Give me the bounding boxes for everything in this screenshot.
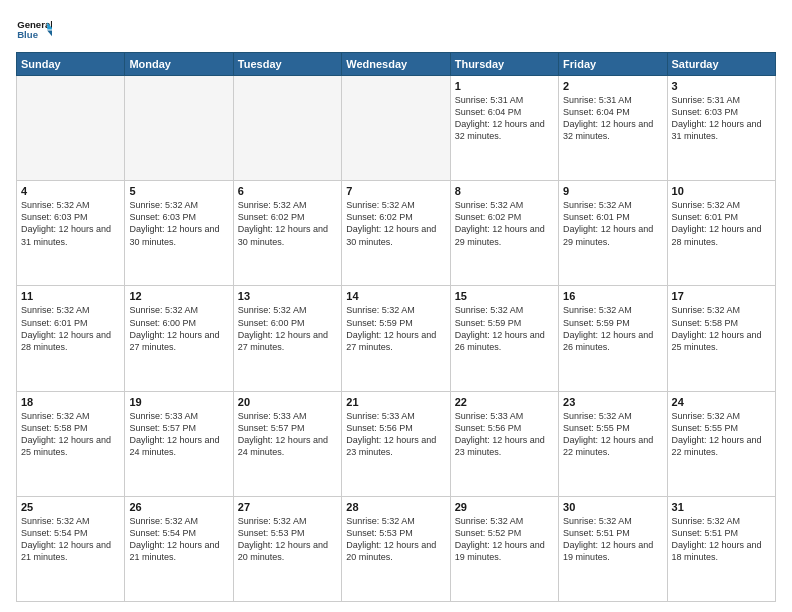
day-number: 26 [129, 501, 228, 513]
calendar-day-cell: 6 Sunrise: 5:32 AMSunset: 6:02 PMDayligh… [233, 181, 341, 286]
day-number: 28 [346, 501, 445, 513]
calendar-day-cell: 22 Sunrise: 5:33 AMSunset: 5:56 PMDaylig… [450, 391, 558, 496]
day-number: 3 [672, 80, 771, 92]
calendar-day-cell: 11 Sunrise: 5:32 AMSunset: 6:01 PMDaylig… [17, 286, 125, 391]
day-info: Sunrise: 5:32 AMSunset: 6:00 PMDaylight:… [238, 305, 328, 351]
weekday-header: Monday [125, 53, 233, 76]
calendar-day-cell: 26 Sunrise: 5:32 AMSunset: 5:54 PMDaylig… [125, 496, 233, 601]
day-info: Sunrise: 5:32 AMSunset: 5:51 PMDaylight:… [563, 516, 653, 562]
day-number: 11 [21, 290, 120, 302]
calendar-day-cell: 25 Sunrise: 5:32 AMSunset: 5:54 PMDaylig… [17, 496, 125, 601]
day-info: Sunrise: 5:33 AMSunset: 5:57 PMDaylight:… [129, 411, 219, 457]
day-info: Sunrise: 5:32 AMSunset: 5:53 PMDaylight:… [238, 516, 328, 562]
day-number: 17 [672, 290, 771, 302]
day-info: Sunrise: 5:32 AMSunset: 5:59 PMDaylight:… [346, 305, 436, 351]
calendar-day-cell: 31 Sunrise: 5:32 AMSunset: 5:51 PMDaylig… [667, 496, 775, 601]
day-info: Sunrise: 5:31 AMSunset: 6:04 PMDaylight:… [563, 95, 653, 141]
day-info: Sunrise: 5:32 AMSunset: 5:52 PMDaylight:… [455, 516, 545, 562]
calendar-day-cell: 17 Sunrise: 5:32 AMSunset: 5:58 PMDaylig… [667, 286, 775, 391]
day-number: 8 [455, 185, 554, 197]
day-info: Sunrise: 5:32 AMSunset: 6:03 PMDaylight:… [21, 200, 111, 246]
day-info: Sunrise: 5:32 AMSunset: 6:02 PMDaylight:… [238, 200, 328, 246]
day-info: Sunrise: 5:32 AMSunset: 6:02 PMDaylight:… [455, 200, 545, 246]
day-info: Sunrise: 5:32 AMSunset: 6:01 PMDaylight:… [672, 200, 762, 246]
logo-icon: General Blue [16, 16, 52, 44]
calendar-day-cell: 7 Sunrise: 5:32 AMSunset: 6:02 PMDayligh… [342, 181, 450, 286]
calendar-day-cell: 27 Sunrise: 5:32 AMSunset: 5:53 PMDaylig… [233, 496, 341, 601]
day-number: 16 [563, 290, 662, 302]
calendar-day-cell: 29 Sunrise: 5:32 AMSunset: 5:52 PMDaylig… [450, 496, 558, 601]
day-number: 30 [563, 501, 662, 513]
calendar-day-cell: 14 Sunrise: 5:32 AMSunset: 5:59 PMDaylig… [342, 286, 450, 391]
calendar-day-cell [342, 76, 450, 181]
calendar-day-cell: 20 Sunrise: 5:33 AMSunset: 5:57 PMDaylig… [233, 391, 341, 496]
calendar-day-cell: 18 Sunrise: 5:32 AMSunset: 5:58 PMDaylig… [17, 391, 125, 496]
calendar-week-row: 1 Sunrise: 5:31 AMSunset: 6:04 PMDayligh… [17, 76, 776, 181]
calendar-day-cell: 9 Sunrise: 5:32 AMSunset: 6:01 PMDayligh… [559, 181, 667, 286]
svg-text:Blue: Blue [17, 29, 38, 40]
day-info: Sunrise: 5:32 AMSunset: 5:59 PMDaylight:… [563, 305, 653, 351]
weekday-header: Tuesday [233, 53, 341, 76]
day-info: Sunrise: 5:32 AMSunset: 5:53 PMDaylight:… [346, 516, 436, 562]
day-number: 6 [238, 185, 337, 197]
calendar-day-cell: 30 Sunrise: 5:32 AMSunset: 5:51 PMDaylig… [559, 496, 667, 601]
day-number: 5 [129, 185, 228, 197]
day-number: 13 [238, 290, 337, 302]
calendar-table: SundayMondayTuesdayWednesdayThursdayFrid… [16, 52, 776, 602]
calendar-day-cell: 21 Sunrise: 5:33 AMSunset: 5:56 PMDaylig… [342, 391, 450, 496]
day-number: 9 [563, 185, 662, 197]
day-info: Sunrise: 5:32 AMSunset: 6:01 PMDaylight:… [21, 305, 111, 351]
calendar-week-row: 25 Sunrise: 5:32 AMSunset: 5:54 PMDaylig… [17, 496, 776, 601]
day-info: Sunrise: 5:32 AMSunset: 5:58 PMDaylight:… [21, 411, 111, 457]
day-info: Sunrise: 5:32 AMSunset: 5:58 PMDaylight:… [672, 305, 762, 351]
calendar-day-cell [17, 76, 125, 181]
calendar-day-cell: 2 Sunrise: 5:31 AMSunset: 6:04 PMDayligh… [559, 76, 667, 181]
calendar-week-row: 4 Sunrise: 5:32 AMSunset: 6:03 PMDayligh… [17, 181, 776, 286]
day-number: 19 [129, 396, 228, 408]
day-number: 14 [346, 290, 445, 302]
day-number: 7 [346, 185, 445, 197]
calendar-week-row: 11 Sunrise: 5:32 AMSunset: 6:01 PMDaylig… [17, 286, 776, 391]
day-info: Sunrise: 5:32 AMSunset: 5:54 PMDaylight:… [21, 516, 111, 562]
calendar-day-cell: 15 Sunrise: 5:32 AMSunset: 5:59 PMDaylig… [450, 286, 558, 391]
day-number: 4 [21, 185, 120, 197]
day-info: Sunrise: 5:32 AMSunset: 6:01 PMDaylight:… [563, 200, 653, 246]
day-number: 10 [672, 185, 771, 197]
day-number: 18 [21, 396, 120, 408]
day-info: Sunrise: 5:33 AMSunset: 5:56 PMDaylight:… [346, 411, 436, 457]
day-info: Sunrise: 5:33 AMSunset: 5:56 PMDaylight:… [455, 411, 545, 457]
calendar-day-cell: 4 Sunrise: 5:32 AMSunset: 6:03 PMDayligh… [17, 181, 125, 286]
calendar-day-cell: 12 Sunrise: 5:32 AMSunset: 6:00 PMDaylig… [125, 286, 233, 391]
calendar-day-cell: 24 Sunrise: 5:32 AMSunset: 5:55 PMDaylig… [667, 391, 775, 496]
day-info: Sunrise: 5:32 AMSunset: 5:54 PMDaylight:… [129, 516, 219, 562]
day-number: 29 [455, 501, 554, 513]
day-info: Sunrise: 5:31 AMSunset: 6:04 PMDaylight:… [455, 95, 545, 141]
day-info: Sunrise: 5:32 AMSunset: 5:55 PMDaylight:… [563, 411, 653, 457]
weekday-header-row: SundayMondayTuesdayWednesdayThursdayFrid… [17, 53, 776, 76]
day-info: Sunrise: 5:33 AMSunset: 5:57 PMDaylight:… [238, 411, 328, 457]
weekday-header: Thursday [450, 53, 558, 76]
calendar-day-cell: 23 Sunrise: 5:32 AMSunset: 5:55 PMDaylig… [559, 391, 667, 496]
day-number: 1 [455, 80, 554, 92]
day-number: 12 [129, 290, 228, 302]
weekday-header: Wednesday [342, 53, 450, 76]
day-number: 27 [238, 501, 337, 513]
calendar-day-cell: 10 Sunrise: 5:32 AMSunset: 6:01 PMDaylig… [667, 181, 775, 286]
page: General Blue SundayMondayTuesdayWednesda… [0, 0, 792, 612]
day-info: Sunrise: 5:31 AMSunset: 6:03 PMDaylight:… [672, 95, 762, 141]
day-info: Sunrise: 5:32 AMSunset: 5:59 PMDaylight:… [455, 305, 545, 351]
calendar-day-cell [233, 76, 341, 181]
calendar-day-cell: 13 Sunrise: 5:32 AMSunset: 6:00 PMDaylig… [233, 286, 341, 391]
day-number: 24 [672, 396, 771, 408]
calendar-week-row: 18 Sunrise: 5:32 AMSunset: 5:58 PMDaylig… [17, 391, 776, 496]
day-number: 25 [21, 501, 120, 513]
day-number: 31 [672, 501, 771, 513]
svg-marker-3 [47, 31, 52, 38]
calendar-day-cell [125, 76, 233, 181]
weekday-header: Saturday [667, 53, 775, 76]
day-info: Sunrise: 5:32 AMSunset: 5:55 PMDaylight:… [672, 411, 762, 457]
day-number: 23 [563, 396, 662, 408]
header: General Blue [16, 16, 776, 44]
calendar-day-cell: 5 Sunrise: 5:32 AMSunset: 6:03 PMDayligh… [125, 181, 233, 286]
weekday-header: Friday [559, 53, 667, 76]
